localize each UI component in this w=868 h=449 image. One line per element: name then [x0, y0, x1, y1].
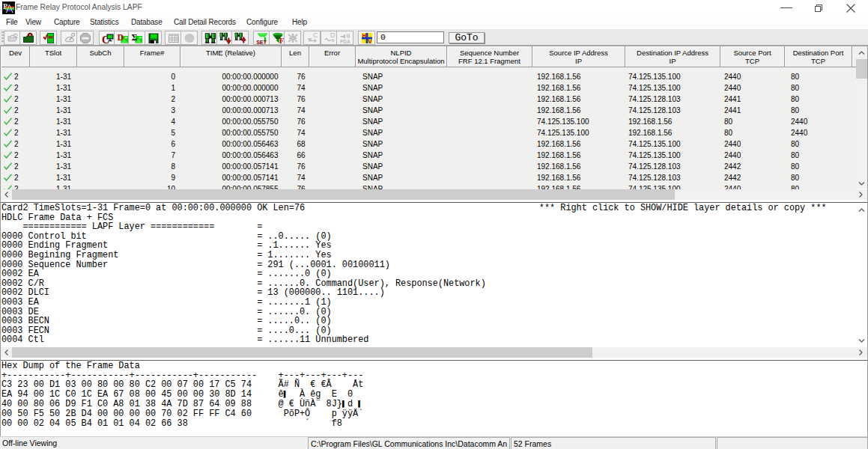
svg-text:SET: SET: [256, 39, 267, 43]
svg-text:D: D: [330, 32, 336, 39]
svg-text:Σ: Σ: [131, 32, 137, 43]
svg-text:F: F: [279, 36, 283, 44]
svg-text:D: D: [117, 32, 124, 43]
svg-text:H: H: [362, 32, 365, 39]
svg-text:C: C: [313, 32, 318, 39]
svg-text:V: V: [368, 38, 371, 44]
svg-text:PDA: PDA: [340, 39, 350, 44]
svg-text:P: P: [3, 2, 7, 10]
